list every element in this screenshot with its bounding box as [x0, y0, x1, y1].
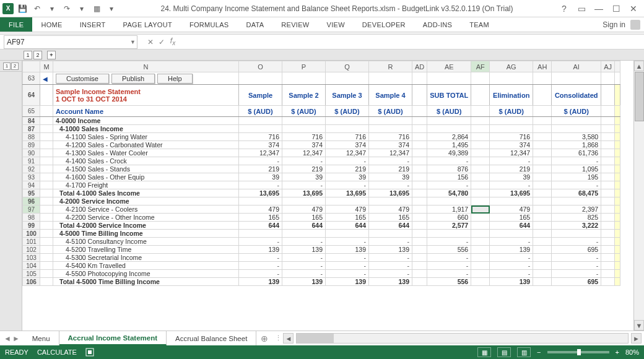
col-header[interactable]: AH: [533, 61, 552, 72]
row-header[interactable]: 98: [23, 214, 40, 222]
cell[interactable]: [412, 157, 427, 165]
cell[interactable]: [427, 125, 471, 133]
cell[interactable]: -: [369, 238, 412, 246]
minimize-icon[interactable]: —: [591, 2, 607, 15]
cell[interactable]: [412, 133, 427, 141]
cell[interactable]: 3,222: [552, 222, 601, 230]
cell[interactable]: [282, 117, 326, 125]
cell[interactable]: [471, 222, 490, 230]
cell[interactable]: [471, 278, 490, 286]
cell[interactable]: 219: [369, 165, 412, 173]
cell[interactable]: -: [282, 157, 326, 165]
cell[interactable]: [533, 222, 552, 230]
col-header[interactable]: AJ: [601, 61, 615, 72]
cell[interactable]: [412, 117, 427, 125]
cell[interactable]: -: [239, 238, 282, 246]
cell[interactable]: 374: [369, 141, 412, 149]
cell[interactable]: 374: [326, 141, 369, 149]
row-header[interactable]: 102: [23, 246, 40, 254]
select-all-corner[interactable]: [23, 61, 40, 72]
cell[interactable]: [552, 230, 601, 238]
cell[interactable]: [533, 125, 552, 133]
zoom-in-button[interactable]: +: [616, 348, 619, 356]
collapse-left-icon[interactable]: ◀: [43, 76, 50, 82]
cell[interactable]: [471, 117, 490, 125]
cell[interactable]: 139: [369, 278, 412, 286]
cell[interactable]: -: [282, 238, 326, 246]
sheet-tab-accrual-income[interactable]: Accrual Income Statement: [59, 331, 167, 345]
ribbon-tab-data[interactable]: DATA: [237, 17, 272, 32]
fx-icon[interactable]: fx: [167, 35, 178, 49]
ribbon-tab-pagelayout[interactable]: PAGE LAYOUT: [115, 17, 181, 32]
cell[interactable]: 165: [239, 214, 282, 222]
row-header[interactable]: 97: [23, 205, 40, 214]
cell[interactable]: [427, 197, 471, 205]
cell[interactable]: [471, 246, 490, 254]
cell[interactable]: [412, 254, 427, 262]
cell[interactable]: 13,695: [369, 189, 412, 197]
cell[interactable]: 716: [239, 133, 282, 141]
col-outline-level-1[interactable]: 1: [24, 51, 32, 59]
cell[interactable]: [471, 173, 490, 181]
cell[interactable]: [412, 238, 427, 246]
scroll-thumb[interactable]: [635, 72, 644, 121]
save-icon[interactable]: 💾: [16, 2, 28, 15]
cell[interactable]: [601, 230, 615, 238]
cell[interactable]: [533, 254, 552, 262]
cell[interactable]: -: [326, 181, 369, 189]
cell[interactable]: [533, 205, 552, 214]
cell[interactable]: [533, 246, 552, 254]
row-header[interactable]: 104: [23, 262, 40, 270]
cell[interactable]: [533, 230, 552, 238]
row-header[interactable]: 65: [23, 106, 40, 117]
hscroll-right-icon[interactable]: ►: [631, 333, 642, 344]
cell[interactable]: -: [282, 254, 326, 262]
cell[interactable]: [471, 205, 490, 214]
undo-icon[interactable]: ↶: [31, 2, 43, 15]
name-box-dropdown-icon[interactable]: ▼: [130, 39, 136, 45]
cell[interactable]: 156: [427, 173, 471, 181]
cell[interactable]: [412, 173, 427, 181]
col-header[interactable]: R: [369, 61, 412, 72]
cell[interactable]: -: [427, 254, 471, 262]
row-header[interactable]: 90: [23, 149, 40, 157]
add-sheet-button[interactable]: ⊕: [256, 331, 272, 345]
sign-in-link[interactable]: Sign in: [603, 20, 625, 29]
cell[interactable]: -: [552, 270, 601, 278]
cell[interactable]: [326, 197, 369, 205]
cell[interactable]: [239, 117, 282, 125]
cell[interactable]: [601, 278, 615, 286]
cell[interactable]: -: [490, 254, 533, 262]
cell[interactable]: [369, 125, 412, 133]
cell[interactable]: -: [326, 254, 369, 262]
cell[interactable]: [552, 125, 601, 133]
cell[interactable]: [471, 189, 490, 197]
hscroll-left-icon[interactable]: ◄: [283, 333, 294, 344]
row-header[interactable]: 89: [23, 141, 40, 149]
cell[interactable]: [471, 181, 490, 189]
cell[interactable]: 2,864: [427, 133, 471, 141]
cell[interactable]: [533, 181, 552, 189]
cell[interactable]: 374: [282, 141, 326, 149]
cell[interactable]: 219: [490, 165, 533, 173]
cell[interactable]: [282, 230, 326, 238]
touch-mode-icon[interactable]: ▦: [90, 2, 103, 15]
cell[interactable]: [552, 117, 601, 125]
vertical-scrollbar[interactable]: ▲ ▼: [633, 61, 644, 331]
qat-customize-icon[interactable]: ▾: [105, 2, 118, 15]
cell[interactable]: 3,580: [552, 133, 601, 141]
cell[interactable]: -: [369, 157, 412, 165]
view-page-break-icon[interactable]: ▥: [517, 347, 531, 357]
maximize-icon[interactable]: ☐: [608, 2, 624, 15]
cell[interactable]: -: [427, 262, 471, 270]
cell[interactable]: [533, 214, 552, 222]
cell[interactable]: [471, 254, 490, 262]
cell[interactable]: [471, 238, 490, 246]
cell[interactable]: -: [552, 238, 601, 246]
col-header[interactable]: AE: [427, 61, 471, 72]
close-icon[interactable]: ✕: [625, 2, 642, 15]
cell[interactable]: 13,695: [326, 189, 369, 197]
cell[interactable]: 479: [369, 205, 412, 214]
cell[interactable]: 876: [427, 165, 471, 173]
redo-dropdown-icon[interactable]: ▾: [76, 2, 88, 15]
